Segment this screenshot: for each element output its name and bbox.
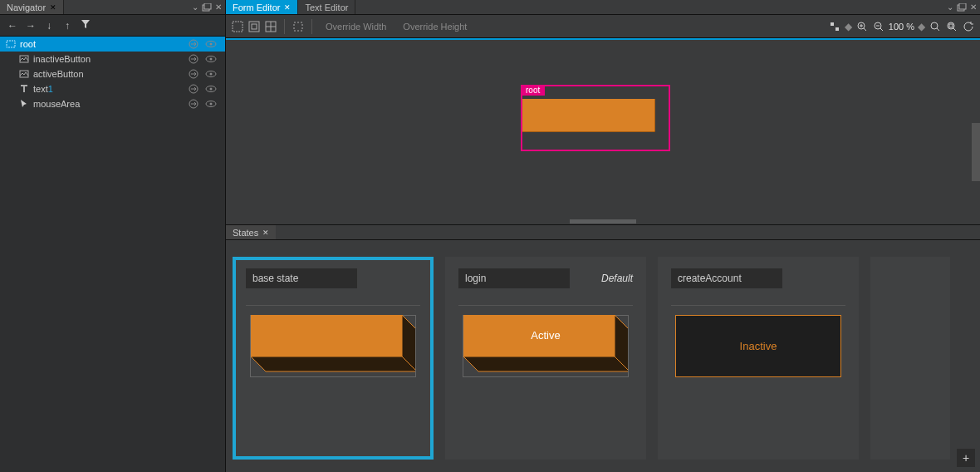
close-icon[interactable]: ✕ — [970, 2, 977, 12]
tree-row-mousearea[interactable]: mouseArea — [0, 96, 225, 111]
export-icon[interactable] — [189, 54, 198, 64]
tree-row-root[interactable]: root — [0, 37, 225, 52]
filter-icon[interactable] — [78, 19, 93, 32]
navigator-tree: root inactiveButton activeButton — [0, 37, 225, 472]
state-name-input[interactable]: createAccount — [671, 268, 782, 288]
text-icon — [18, 83, 30, 95]
zoom-selection-icon[interactable] — [945, 20, 958, 33]
rect-icon — [5, 38, 17, 50]
canvas-item[interactable] — [522, 99, 655, 132]
tree-item-label: root — [20, 39, 189, 49]
preview-label: Inactive — [740, 340, 777, 352]
state-card-base-state[interactable]: base state — [233, 257, 434, 460]
svg-marker-38 — [251, 315, 402, 356]
navigator-tab[interactable]: Navigator ✕ — [0, 0, 64, 14]
tab-text-editor[interactable]: Text Editor — [298, 0, 355, 14]
tab-form-editor[interactable]: Form Editor ✕ — [226, 0, 298, 14]
image-icon — [18, 53, 30, 65]
close-icon[interactable]: ✕ — [215, 2, 222, 12]
selection-label: root — [521, 85, 545, 96]
close-icon[interactable]: ✕ — [50, 3, 56, 12]
editor-tabbar: Form Editor ✕ Text Editor ⌄ ✕ — [226, 0, 980, 15]
zoom-fit-icon[interactable] — [929, 20, 942, 33]
zoom-in-icon[interactable] — [855, 20, 869, 33]
svg-point-19 — [210, 103, 213, 106]
snap-anchor-icon[interactable] — [264, 20, 277, 33]
override-width-field[interactable]: Override Width — [319, 22, 393, 32]
state-name-input[interactable]: login — [458, 268, 570, 288]
state-card-createaccount[interactable]: createAccount Inactive — [658, 257, 859, 460]
detach-icon[interactable] — [202, 3, 212, 12]
svg-rect-1 — [204, 3, 211, 9]
down-icon[interactable]: ↓ — [42, 20, 56, 32]
svg-marker-40 — [251, 356, 415, 371]
states-tab[interactable]: States ✕ — [226, 225, 276, 239]
add-state-button[interactable]: + — [957, 449, 975, 467]
svg-marker-34 — [522, 99, 655, 132]
override-height-field[interactable]: Override Height — [396, 22, 473, 32]
tab-label: Text Editor — [305, 2, 348, 12]
navigator-panel: Navigator ✕ ⌄ ✕ ← → ↓ ↑ root i — [0, 0, 226, 472]
svg-rect-24 — [252, 24, 257, 29]
state-preview: Active — [463, 315, 629, 377]
forward-icon[interactable]: → — [23, 20, 38, 32]
svg-rect-27 — [831, 22, 834, 26]
svg-point-32 — [948, 22, 954, 29]
eye-icon[interactable] — [205, 84, 217, 94]
chevron-down-icon[interactable]: ⌄ — [947, 2, 953, 12]
export-icon[interactable] — [189, 39, 198, 49]
state-default-label: Default — [601, 273, 633, 284]
no-snap-icon[interactable] — [231, 20, 244, 33]
tree-row-text1[interactable]: text1 — [0, 81, 225, 96]
svg-rect-26 — [294, 22, 302, 31]
eye-icon[interactable] — [205, 69, 217, 79]
preview-label: Active — [531, 329, 560, 342]
back-icon[interactable]: ← — [5, 20, 20, 32]
bounding-rect-icon[interactable] — [292, 20, 305, 33]
export-icon[interactable] — [189, 84, 198, 94]
states-panel: States ✕ base state login — [226, 224, 980, 472]
cursor-icon — [18, 98, 30, 110]
svg-rect-23 — [249, 22, 259, 32]
states-body: base state login Default Active — [226, 240, 980, 472]
canvas-selection[interactable]: root — [521, 85, 670, 151]
tree-item-label: text1 — [33, 84, 189, 94]
tab-label: Form Editor — [233, 2, 280, 12]
eye-icon[interactable] — [205, 99, 217, 109]
eye-icon[interactable] — [205, 39, 217, 49]
zoom-level[interactable]: 100 % — [889, 22, 914, 32]
svg-point-31 — [931, 22, 938, 29]
state-name-input[interactable]: base state — [246, 268, 357, 288]
form-canvas[interactable]: root — [226, 38, 980, 219]
state-card-new[interactable] — [870, 257, 950, 460]
up-icon[interactable]: ↑ — [60, 20, 75, 32]
close-icon[interactable]: ✕ — [284, 3, 291, 12]
tree-row-inactivebutton[interactable]: inactiveButton — [0, 52, 225, 66]
form-toolbar: Override Width Override Height ◆ 100 % ◆ — [226, 15, 980, 38]
navigator-tabbar: Navigator ✕ ⌄ ✕ — [0, 0, 225, 15]
close-icon[interactable]: ✕ — [262, 229, 269, 237]
svg-point-5 — [210, 43, 213, 46]
svg-point-9 — [210, 58, 213, 61]
tree-row-activebutton[interactable]: activeButton — [0, 66, 225, 81]
zoom-out-icon[interactable] — [872, 20, 885, 33]
eye-icon[interactable] — [205, 54, 217, 64]
states-tab-label: States — [233, 228, 258, 238]
editor-panel: Form Editor ✕ Text Editor ⌄ ✕ Override W… — [226, 0, 980, 472]
scrollbar-thumb[interactable] — [972, 123, 980, 181]
detach-icon[interactable] — [957, 3, 967, 12]
reset-icon[interactable] — [962, 20, 975, 33]
snap-parent-icon[interactable] — [247, 20, 261, 33]
state-card-login[interactable]: login Default Active — [445, 257, 646, 460]
export-icon[interactable] — [189, 99, 198, 109]
reset-view-icon[interactable] — [828, 20, 841, 33]
export-icon[interactable] — [189, 69, 198, 79]
svg-rect-28 — [835, 27, 839, 31]
state-preview: Inactive — [675, 315, 841, 377]
svg-marker-44 — [463, 356, 628, 371]
state-preview — [250, 315, 416, 377]
svg-point-16 — [210, 88, 213, 91]
chevron-down-icon[interactable]: ⌄ — [192, 2, 198, 12]
tree-item-label: activeButton — [33, 69, 189, 79]
svg-rect-22 — [233, 22, 243, 32]
